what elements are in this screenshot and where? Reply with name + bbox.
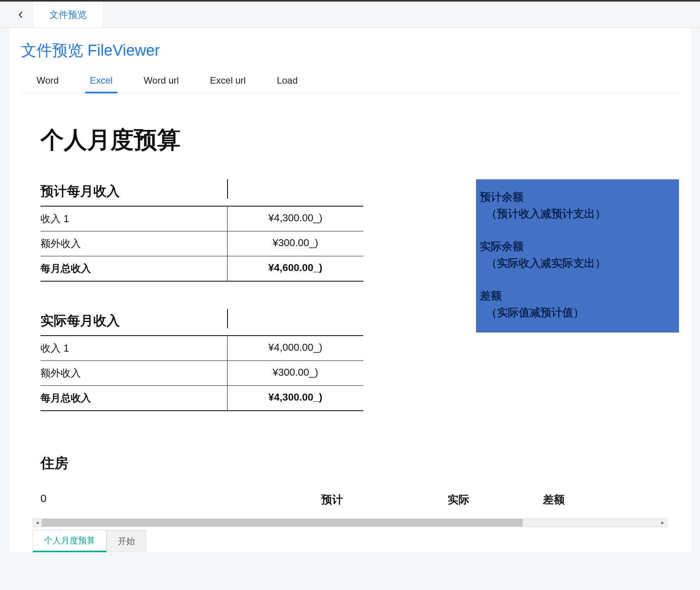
summary-subtitle: （实际值减预计值） [480, 304, 675, 321]
table-row-total: 每月总收入 ¥4,600.00_) [40, 256, 363, 282]
row-value: ¥300.00_) [227, 231, 363, 256]
sub-tabs: Word Excel Word url Excel url Load [21, 69, 679, 93]
table-row: 收入 1 ¥4,000.00_) [40, 336, 363, 361]
heading-divider [227, 179, 363, 199]
top-tab-file-preview[interactable]: 文件预览 [33, 2, 103, 28]
tab-word-url[interactable]: Word url [128, 69, 194, 93]
housing-col-difference: 差额 [523, 492, 585, 507]
housing-col-actual: 实际 [394, 492, 523, 507]
income-tables: 预计每月收入 收入 1 ¥4,300.00_) 额外收入 ¥300.00_) 每… [21, 179, 363, 411]
row-label: 收入 1 [40, 336, 227, 361]
page-container: 文件预览 FileViewer Word Excel Word url Exce… [9, 28, 691, 552]
tab-word[interactable]: Word [21, 69, 74, 93]
sheet-tabs: 个人月度预算 开始 [33, 530, 146, 552]
excel-viewer: 个人月度预算 预计每月收入 收入 1 ¥4,300.00_) 额外收入 ¥300… [21, 93, 679, 552]
heading-label: 预计每月收入 [40, 182, 227, 200]
housing-heading: 住房 [40, 454, 679, 473]
table-row: 收入 1 ¥4,300.00_) [40, 207, 363, 231]
heading-divider [227, 309, 363, 328]
actual-income-heading: 实际每月收入 [40, 309, 363, 336]
total-label: 每月总收入 [40, 256, 227, 281]
actual-income-section: 实际每月收入 收入 1 ¥4,000.00_) 额外收入 ¥300.00_) 每… [40, 309, 363, 411]
horizontal-scrollbar[interactable]: ◄ ► [33, 518, 667, 527]
projected-income-heading: 预计每月收入 [40, 179, 363, 207]
sheet-tab-start[interactable]: 开始 [107, 530, 146, 552]
heading-label: 实际每月收入 [40, 312, 227, 330]
document-title: 个人月度预算 [40, 124, 679, 156]
summary-title: 差额 [480, 287, 675, 304]
tab-excel-url[interactable]: Excel url [194, 69, 261, 93]
total-label: 每月总收入 [40, 386, 227, 410]
row-value: ¥4,300.00_) [227, 207, 363, 231]
housing-columns: 0 预计 实际 差额 [40, 492, 585, 507]
summary-projected-balance: 预计余额 （预计收入减预计支出） [480, 189, 675, 222]
summary-actual-balance: 实际余额 （实际收入减实际支出） [480, 238, 675, 272]
projected-income-section: 预计每月收入 收入 1 ¥4,300.00_) 额外收入 ¥300.00_) 每… [40, 179, 363, 282]
top-bar: 文件预览 [0, 2, 700, 28]
back-button[interactable] [9, 2, 33, 28]
row-label: 收入 1 [40, 207, 227, 231]
row-value: ¥300.00_) [227, 361, 363, 385]
page-title: 文件预览 FileViewer [21, 28, 679, 69]
housing-row0: 0 [40, 492, 270, 507]
summary-title: 预计余额 [480, 189, 675, 205]
scroll-right-icon[interactable]: ► [658, 519, 667, 527]
table-row: 额外收入 ¥300.00_) [40, 231, 363, 256]
chevron-left-icon [17, 11, 25, 19]
summary-subtitle: （预计收入减预计支出） [480, 205, 675, 222]
tab-excel[interactable]: Excel [74, 69, 128, 93]
summary-difference: 差额 （实际值减预计值） [480, 287, 675, 321]
row-value: ¥4,000.00_) [227, 336, 363, 361]
table-row-total: 每月总收入 ¥4,300.00_) [40, 386, 363, 411]
summary-title: 实际余额 [480, 238, 675, 255]
balance-summary-box: 预计余额 （预计收入减预计支出） 实际余额 （实际收入减实际支出） 差额 （实际… [476, 179, 679, 333]
scroll-left-icon[interactable]: ◄ [33, 519, 42, 527]
total-value: ¥4,600.00_) [227, 256, 363, 281]
tab-load[interactable]: Load [261, 69, 313, 93]
row-label: 额外收入 [40, 361, 227, 385]
total-value: ¥4,300.00_) [227, 386, 363, 410]
top-content-row: 预计每月收入 收入 1 ¥4,300.00_) 额外收入 ¥300.00_) 每… [21, 179, 679, 411]
row-label: 额外收入 [40, 231, 227, 256]
housing-col-projected: 预计 [270, 492, 394, 507]
scroll-thumb[interactable] [42, 519, 523, 527]
summary-subtitle: （实际收入减实际支出） [480, 255, 675, 271]
scroll-track[interactable] [42, 519, 658, 527]
table-row: 额外收入 ¥300.00_) [40, 361, 363, 386]
sheet-tab-budget[interactable]: 个人月度预算 [33, 530, 107, 552]
